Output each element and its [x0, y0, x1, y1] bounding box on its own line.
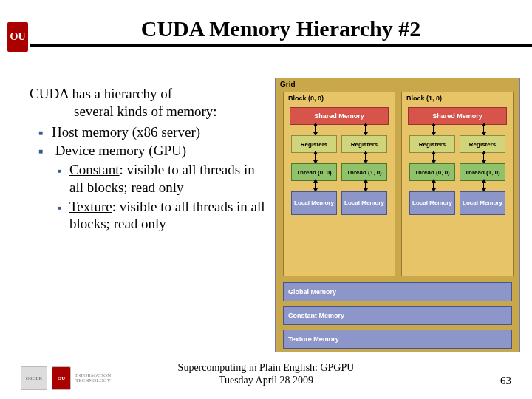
- global-memory: Global Memory: [283, 282, 512, 301]
- global-memory-label: Global Memory: [288, 288, 336, 296]
- block-1-0-label: Block (1, 0): [406, 95, 442, 102]
- arrow-icon: [433, 151, 434, 163]
- title-rule-thin: [30, 50, 532, 50]
- bullet-host-label: Host memory (x86 server): [52, 124, 200, 140]
- arrow-icon: [315, 123, 316, 135]
- footer-text: Supercomputing in Plain English: GPGPU T…: [0, 362, 532, 387]
- shared-memory-0: Shared Memory: [290, 107, 389, 125]
- bullet-device: Device memory (GPU) Constant: visible to…: [52, 142, 266, 233]
- arrow-icon: [483, 180, 484, 191]
- intro-line2: several kinds of memory:: [52, 103, 266, 120]
- ou-logo: OU: [7, 22, 28, 52]
- intro-text: CUDA has a hierarchy of several kinds of…: [30, 85, 266, 120]
- texture-memory-label: Texture Memory: [288, 335, 339, 343]
- texture-term: Texture: [69, 199, 112, 214]
- title-area: CUDA Memory Hierarchy #2: [30, 16, 532, 50]
- memory-hierarchy-diagram: Grid Block (0, 0) Shared Memory Register…: [275, 78, 520, 352]
- bullet-host: Host memory (x86 server): [52, 123, 266, 141]
- subbullet-constant: Constant: visible to all threads in all …: [69, 161, 266, 197]
- arrow-icon: [433, 123, 434, 135]
- arrow-icon: [315, 151, 316, 163]
- arrow-icon: [365, 151, 366, 163]
- texture-memory: Texture Memory: [283, 330, 512, 349]
- arrow-icon: [315, 180, 316, 191]
- arrow-icon: [365, 123, 366, 135]
- body-text: CUDA has a hierarchy of several kinds of…: [30, 85, 266, 234]
- footer-line1: Supercomputing in Plain English: GPGPU: [0, 362, 532, 375]
- title-rule-thick: [30, 44, 532, 47]
- block-0-0: Block (0, 0) Shared Memory Registers Reg…: [283, 92, 395, 276]
- shared-memory-1: Shared Memory: [408, 107, 507, 125]
- arrow-icon: [483, 123, 484, 135]
- local-memory-1-1: Local Memory: [460, 191, 505, 215]
- local-memory-0-0: Local Memory: [291, 191, 337, 215]
- arrow-icon: [483, 151, 484, 163]
- slide-title: CUDA Memory Hierarchy #2: [30, 16, 532, 41]
- block-1-0: Block (1, 0) Shared Memory Registers Reg…: [401, 92, 514, 276]
- constant-memory: Constant Memory: [283, 306, 512, 325]
- constant-memory-label: Constant Memory: [288, 312, 344, 319]
- intro-line1: CUDA has a hierarchy of: [30, 86, 172, 101]
- constant-term: Constant: [69, 162, 120, 177]
- footer-line2: Tuesday April 28 2009: [0, 375, 532, 387]
- bullet-device-label: Device memory (GPU): [55, 143, 186, 158]
- local-memory-0-1: Local Memory: [341, 191, 387, 215]
- local-memory-1-0: Local Memory: [409, 191, 455, 215]
- page-number: 63: [500, 375, 511, 387]
- block-0-0-label: Block (0, 0): [288, 95, 324, 102]
- arrow-icon: [433, 180, 434, 191]
- grid-label: Grid: [280, 81, 296, 89]
- subbullet-texture: Texture: visible to all threads in all b…: [69, 198, 266, 233]
- arrow-icon: [365, 180, 366, 191]
